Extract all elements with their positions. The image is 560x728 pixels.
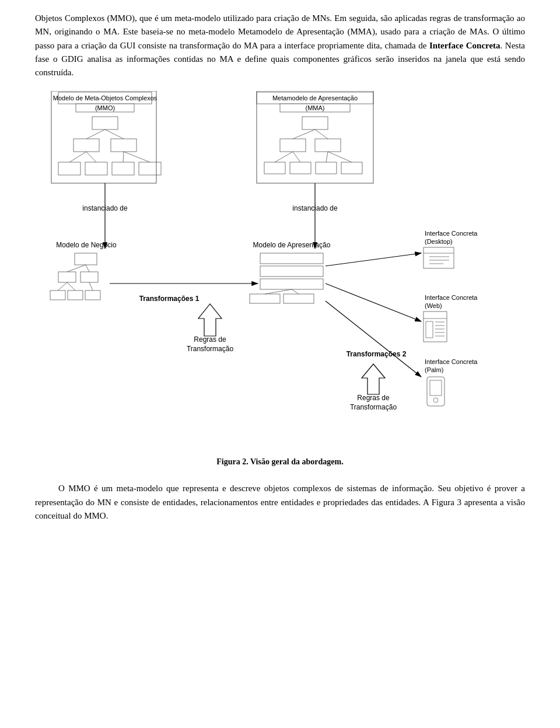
- svg-line-87: [326, 253, 421, 266]
- svg-text:(Palm): (Palm): [425, 366, 443, 373]
- svg-rect-45: [424, 247, 454, 268]
- svg-line-35: [293, 152, 300, 162]
- svg-text:Modelo de Apresentação: Modelo de Apresentação: [253, 241, 331, 249]
- svg-rect-7: [92, 117, 118, 130]
- svg-rect-26: [280, 139, 306, 152]
- svg-line-74: [58, 282, 67, 290]
- svg-line-17: [86, 152, 96, 162]
- svg-text:Modelo de Meta-Objetos Complex: Modelo de Meta-Objetos Complexos: [53, 94, 158, 102]
- svg-text:(Web): (Web): [425, 302, 442, 309]
- svg-line-19: [124, 152, 150, 162]
- svg-rect-8: [74, 139, 99, 152]
- svg-rect-78: [260, 253, 323, 264]
- svg-line-75: [67, 282, 75, 290]
- svg-line-72: [67, 265, 86, 272]
- svg-rect-54: [426, 321, 433, 338]
- svg-rect-79: [260, 266, 323, 276]
- svg-text:Metamodelo de Apresentação: Metamodelo de Apresentação: [272, 94, 358, 102]
- svg-line-16: [69, 152, 86, 162]
- svg-marker-96: [362, 364, 385, 394]
- svg-rect-13: [139, 162, 161, 175]
- svg-line-33: [315, 130, 328, 139]
- svg-text:Transformação: Transformação: [350, 403, 397, 411]
- svg-line-36: [326, 152, 328, 162]
- svg-line-15: [105, 130, 124, 139]
- svg-rect-67: [58, 272, 76, 282]
- svg-rect-27: [315, 139, 341, 152]
- svg-rect-31: [341, 162, 362, 174]
- paragraph-2: O MMO é um meta-modelo que representa e …: [35, 482, 525, 523]
- svg-line-32: [293, 130, 315, 139]
- svg-text:Modelo de Negócio: Modelo de Negócio: [56, 241, 117, 249]
- svg-marker-93: [198, 304, 222, 336]
- svg-point-64: [433, 398, 438, 402]
- svg-text:Regras de: Regras de: [194, 335, 226, 344]
- svg-rect-10: [58, 162, 80, 175]
- svg-text:Transformações 2: Transformações 2: [346, 350, 407, 358]
- p2-text: O MMO é um meta-modelo que representa e …: [35, 484, 525, 520]
- svg-rect-11: [85, 162, 107, 175]
- svg-rect-81: [250, 294, 280, 303]
- svg-line-37: [328, 152, 352, 162]
- svg-rect-9: [111, 139, 136, 152]
- figure-diagram: Modelo de Meta-Objetos Complexos (MMO) M…: [41, 91, 519, 453]
- svg-text:Regras de: Regras de: [357, 394, 390, 402]
- svg-text:(Desktop): (Desktop): [425, 238, 453, 245]
- svg-rect-12: [112, 162, 134, 175]
- svg-rect-29: [290, 162, 311, 174]
- svg-text:Transformação: Transformação: [187, 345, 234, 353]
- svg-rect-30: [316, 162, 337, 174]
- svg-line-83: [265, 289, 292, 294]
- svg-rect-82: [284, 294, 314, 303]
- svg-rect-68: [80, 272, 98, 282]
- svg-text:(MMO): (MMO): [95, 104, 115, 111]
- svg-rect-69: [50, 290, 65, 300]
- svg-rect-28: [264, 162, 285, 174]
- svg-text:Interface Concreta: Interface Concreta: [425, 230, 478, 237]
- svg-text:Interface Concreta: Interface Concreta: [425, 294, 478, 301]
- figure-container: Modelo de Meta-Objetos Complexos (MMO) M…: [35, 91, 525, 476]
- svg-line-18: [123, 152, 124, 162]
- svg-line-34: [275, 152, 293, 162]
- svg-line-76: [89, 282, 93, 290]
- svg-text:Interface Concreta: Interface Concreta: [425, 358, 478, 365]
- paragraph-1: Objetos Complexos (MMO), que é um meta-m…: [35, 12, 525, 79]
- svg-rect-63: [430, 380, 442, 396]
- svg-rect-70: [68, 290, 83, 300]
- svg-rect-71: [85, 290, 100, 300]
- svg-rect-66: [75, 253, 97, 265]
- svg-rect-25: [302, 117, 328, 130]
- svg-text:(MMA): (MMA): [306, 104, 325, 111]
- svg-line-73: [86, 265, 89, 272]
- svg-line-84: [292, 289, 299, 294]
- svg-rect-80: [260, 279, 323, 289]
- svg-line-14: [86, 130, 105, 139]
- p1-bold: Interface Concreta: [429, 41, 501, 50]
- svg-text:Transformações 1: Transformações 1: [139, 295, 200, 303]
- svg-line-88: [326, 284, 421, 321]
- figure-caption: Figura 2. Visão geral da abordagem.: [216, 457, 343, 467]
